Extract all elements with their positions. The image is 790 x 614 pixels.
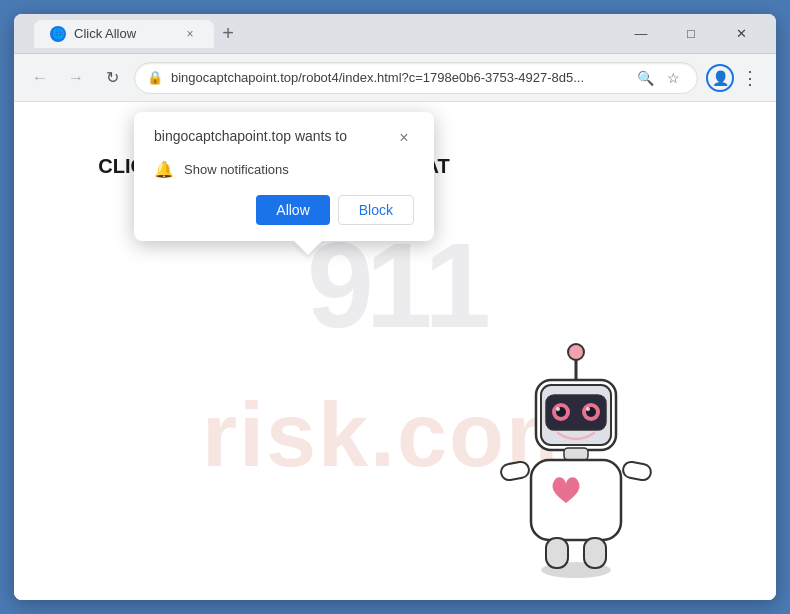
menu-button[interactable]: ⋮	[736, 64, 764, 92]
svg-point-11	[586, 407, 590, 411]
forward-button[interactable]: →	[62, 64, 90, 92]
back-button[interactable]: ←	[26, 64, 54, 92]
svg-point-8	[556, 407, 560, 411]
popup-close-button[interactable]: ×	[394, 128, 414, 148]
address-bar[interactable]: 🔒 bingocaptchapoint.top/robot4/index.htm…	[134, 62, 698, 94]
popup-title: bingocaptchapoint.top wants to	[154, 128, 347, 144]
profile-icon[interactable]: 👤	[706, 64, 734, 92]
lock-icon: 🔒	[147, 70, 163, 85]
refresh-button[interactable]: ↻	[98, 64, 126, 92]
title-bar: 🌐 Click Allow × + — □ ✕	[14, 14, 776, 54]
svg-rect-14	[500, 461, 530, 482]
svg-rect-16	[546, 538, 568, 568]
svg-rect-12	[564, 448, 588, 460]
url-text: bingocaptchapoint.top/robot4/index.html?…	[171, 70, 625, 85]
window-controls: — □ ✕	[618, 14, 764, 54]
popup-actions: Allow Block	[154, 195, 414, 225]
close-button[interactable]: ✕	[718, 14, 764, 54]
bookmark-icon[interactable]: ☆	[661, 66, 685, 90]
bell-icon: 🔔	[154, 160, 174, 179]
svg-rect-15	[622, 461, 652, 482]
svg-rect-13	[531, 460, 621, 540]
maximize-button[interactable]: □	[668, 14, 714, 54]
svg-point-2	[568, 344, 584, 360]
tab-title: Click Allow	[74, 26, 174, 41]
allow-button[interactable]: Allow	[256, 195, 329, 225]
notification-label: Show notifications	[184, 162, 289, 177]
speech-bubble-tail	[294, 241, 322, 255]
popup-header: bingocaptchapoint.top wants to ×	[154, 128, 414, 148]
new-tab-button[interactable]: +	[214, 20, 242, 48]
tab-favicon: 🌐	[50, 26, 66, 42]
tab-close-button[interactable]: ×	[182, 26, 198, 42]
robot-image	[476, 330, 676, 580]
search-icon[interactable]: 🔍	[633, 66, 657, 90]
page-background: 911 risk.com CLICK «ALLOW» TO CONFIRM TH…	[14, 102, 776, 600]
popup-notification-row: 🔔 Show notifications	[154, 160, 414, 179]
page-content: 911 risk.com CLICK «ALLOW» TO CONFIRM TH…	[14, 102, 776, 600]
minimize-button[interactable]: —	[618, 14, 664, 54]
svg-rect-17	[584, 538, 606, 568]
block-button[interactable]: Block	[338, 195, 414, 225]
active-tab[interactable]: 🌐 Click Allow ×	[34, 20, 214, 48]
tab-bar: 🌐 Click Allow × +	[26, 20, 610, 48]
nav-bar: ← → ↻ 🔒 bingocaptchapoint.top/robot4/ind…	[14, 54, 776, 102]
notification-popup: bingocaptchapoint.top wants to × 🔔 Show …	[134, 112, 434, 241]
browser-window: 🌐 Click Allow × + — □ ✕ ← → ↻ 🔒 bingocap…	[14, 14, 776, 600]
address-right-icons: 🔍 ☆	[633, 66, 685, 90]
nav-right: 👤 ⋮	[706, 64, 764, 92]
